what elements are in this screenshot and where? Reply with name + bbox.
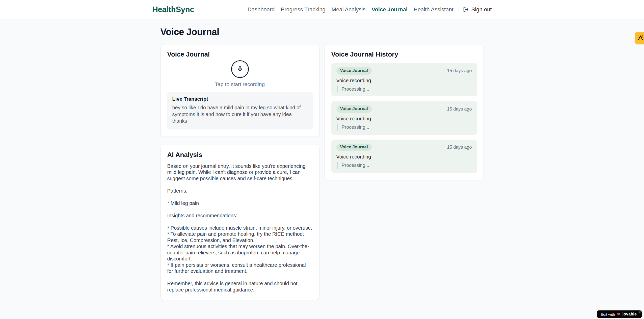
entry-timestamp: 15 days ago xyxy=(447,68,472,73)
entry-timestamp: 15 days ago xyxy=(447,107,472,112)
sign-out-label: Sign out xyxy=(471,6,492,13)
ai-analysis-title: AI Analysis xyxy=(167,151,313,159)
history-entry[interactable]: Voice Journal 15 days ago Voice recordin… xyxy=(331,63,477,96)
record-hint: Tap to start recording xyxy=(167,81,313,87)
main-content: Voice Journal Voice Journal xyxy=(160,19,484,300)
nav-meal-analysis[interactable]: Meal Analysis xyxy=(332,6,366,13)
left-column: Voice Journal Tap to start recording xyxy=(160,44,319,300)
nav-progress-tracking[interactable]: Progress Tracking xyxy=(281,6,326,13)
lovable-brand-label: lovable xyxy=(622,312,637,316)
entry-status: Processing... xyxy=(337,124,472,130)
live-transcript-title: Live Transcript xyxy=(172,96,308,102)
history-entry[interactable]: Voice Journal 15 days ago Voice recordin… xyxy=(331,101,477,135)
history-card: Voice Journal History Voice Journal 15 d… xyxy=(325,44,484,180)
recorder-card-title: Voice Journal xyxy=(167,50,313,58)
edit-with-lovable-badge[interactable]: Edit with ❤ lovable × xyxy=(597,310,642,318)
record-button[interactable] xyxy=(231,60,249,78)
entry-timestamp: 15 days ago xyxy=(447,145,472,150)
main-nav: Dashboard Progress Tracking Meal Analysi… xyxy=(241,6,492,13)
app-header: HealthSync Dashboard Progress Tracking M… xyxy=(0,0,644,19)
nav-health-assistant[interactable]: Health Assistant xyxy=(414,6,453,13)
history-title: Voice Journal History xyxy=(331,50,477,58)
ai-analysis-card: AI Analysis Based on your journal entry,… xyxy=(160,145,319,300)
right-column: Voice Journal History Voice Journal 15 d… xyxy=(325,44,484,180)
voice-recorder-card: Voice Journal Tap to start recording xyxy=(160,44,319,137)
nav-voice-journal[interactable]: Voice Journal xyxy=(371,6,408,13)
live-transcript-text: hey so like I do have a mild pain in my … xyxy=(172,104,308,124)
heart-icon: ❤ xyxy=(617,312,620,317)
close-icon[interactable]: × xyxy=(639,311,641,314)
entry-type-badge: Voice Journal xyxy=(336,67,372,75)
entry-type-badge: Voice Journal xyxy=(336,105,372,113)
ai-analysis-body: Based on your journal entry, it sounds l… xyxy=(167,163,313,293)
entry-status: Processing... xyxy=(337,86,472,92)
microphone-icon xyxy=(237,66,243,73)
mountain-logo-icon xyxy=(637,34,644,42)
app-logo[interactable]: HealthSync xyxy=(152,5,194,14)
live-transcript-box: Live Transcript hey so like I do have a … xyxy=(167,92,313,129)
side-extension-badge[interactable] xyxy=(635,32,644,44)
entry-type-badge: Voice Journal xyxy=(336,144,372,151)
entry-label: Voice recording xyxy=(336,78,472,84)
nav-dashboard[interactable]: Dashboard xyxy=(248,6,275,13)
sign-out-button[interactable]: Sign out xyxy=(463,6,492,13)
entry-label: Voice recording xyxy=(336,154,472,160)
entry-label: Voice recording xyxy=(336,116,472,122)
page-title: Voice Journal xyxy=(160,27,484,37)
entry-status: Processing... xyxy=(337,162,472,169)
logout-icon xyxy=(463,7,469,12)
history-entry[interactable]: Voice Journal 15 days ago Voice recordin… xyxy=(331,140,477,173)
edit-with-label: Edit with xyxy=(601,312,615,316)
